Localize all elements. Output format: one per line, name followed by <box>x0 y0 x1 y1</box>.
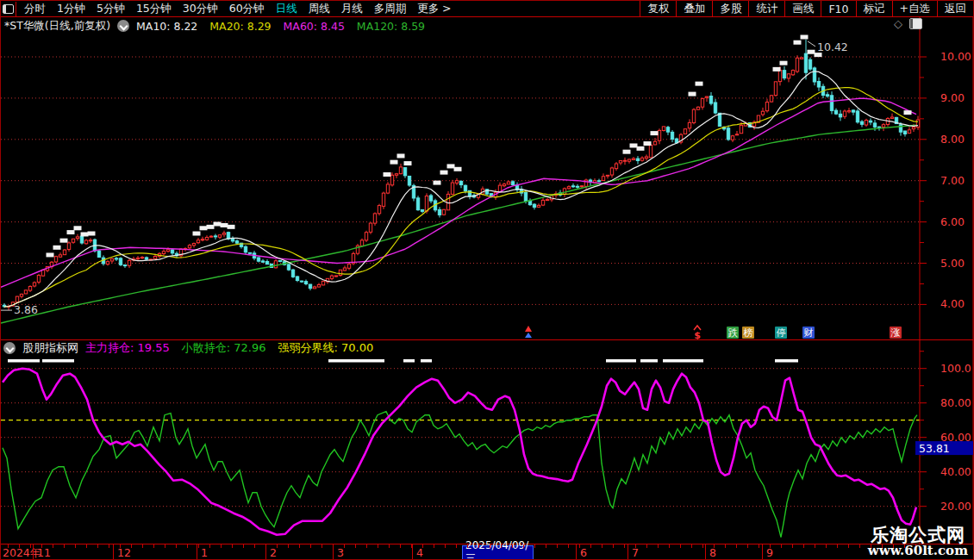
month-separator <box>33 544 34 560</box>
tool-item-4[interactable]: 画线 <box>784 1 821 16</box>
week-tick <box>826 544 827 548</box>
tool-item-3[interactable]: 统计 <box>748 1 784 16</box>
week-tick <box>75 544 76 548</box>
ma20-line <box>4 88 918 307</box>
event-markers: 跌榜停财涨$ <box>525 326 902 339</box>
week-tick <box>602 544 603 548</box>
week-tick <box>209 544 210 548</box>
week-tick <box>322 544 322 548</box>
week-tick <box>725 544 726 548</box>
period-item-0[interactable]: 分时 <box>24 2 46 16</box>
week-tick <box>389 544 390 548</box>
tools-menu: 复权叠加多股统计画线F10标记+自选返回 <box>640 1 973 16</box>
month-label-6: 6 <box>580 546 587 559</box>
ma-value-1: MA20: 8.29 <box>209 20 271 33</box>
tool-item-2[interactable]: 多股 <box>712 1 748 16</box>
week-tick <box>344 544 345 548</box>
week-tick <box>781 544 782 548</box>
week-tick <box>546 544 546 548</box>
indicator-panel-chart: 100.080.0060.0040.0020.0053.81 <box>1 339 974 544</box>
svg-text:100.0: 100.0 <box>940 362 971 375</box>
month-separator <box>333 544 334 560</box>
week-tick <box>803 544 804 548</box>
indicator-values: 主力持仓: 19.55小散持仓: 72.96强弱分界线: 70.00 <box>85 340 373 356</box>
week-tick <box>456 544 457 548</box>
svg-text:7.00: 7.00 <box>940 174 965 187</box>
week-tick <box>815 544 815 548</box>
year-label: 2024年 <box>3 546 41 560</box>
tool-item-1[interactable]: 叠加 <box>676 1 712 16</box>
main-y-axis-labels: 10.009.008.007.006.005.004.00 <box>920 50 971 310</box>
week-tick <box>355 544 356 548</box>
watermark-site-name: 乐淘公式网 <box>868 526 968 544</box>
svg-text:9.00: 9.00 <box>940 91 965 104</box>
period-item-9[interactable]: 多周期 <box>374 2 407 16</box>
week-tick <box>669 544 670 548</box>
diamond-icon[interactable]: ◇ <box>894 17 902 30</box>
chart-corner-controls: ◇ <box>894 17 922 30</box>
week-tick <box>131 544 132 548</box>
month-label-1: 12 <box>117 546 131 559</box>
month-separator <box>762 544 763 560</box>
week-tick <box>86 544 87 548</box>
week-tick <box>859 544 860 548</box>
period-item-5[interactable]: 60分钟 <box>229 2 265 16</box>
chevron-down-icon[interactable] <box>3 342 16 354</box>
week-tick <box>288 544 289 548</box>
period-item-10[interactable]: 更多 > <box>417 2 451 16</box>
month-label-5: 4 <box>416 546 423 559</box>
month-separator <box>113 544 114 560</box>
period-item-3[interactable]: 15分钟 <box>136 2 172 16</box>
period-item-7[interactable]: 周线 <box>309 2 330 16</box>
week-tick <box>299 544 300 548</box>
white-signal-blocks <box>47 35 912 258</box>
period-item-6[interactable]: 日线 <box>276 2 297 16</box>
week-tick <box>434 544 434 548</box>
app-window: 分时1分钟5分钟15分钟30分钟60分钟日线周线月线多周期更多 > 复权叠加多股… <box>0 0 974 560</box>
retail-holdings-line <box>3 412 917 538</box>
period-item-2[interactable]: 5分钟 <box>97 2 125 16</box>
tool-item-8[interactable]: 返回 <box>937 1 973 16</box>
week-tick <box>310 544 311 548</box>
indicator-field-0: 主力持仓: 19.55 <box>85 340 170 356</box>
week-tick <box>153 544 154 548</box>
week-tick <box>557 544 558 548</box>
month-label-4: 3 <box>337 546 344 559</box>
window-icon[interactable] <box>1 2 16 16</box>
indicator-name: 股朋指标网 <box>22 340 78 356</box>
low-price-label: 3.86 <box>14 303 38 316</box>
top-menu-bar: 分时1分钟5分钟15分钟30分钟60分钟日线周线月线多周期更多 > 复权叠加多股… <box>1 1 973 17</box>
layout-icon[interactable] <box>909 18 922 29</box>
month-label-7: 7 <box>632 546 639 559</box>
week-tick <box>624 544 625 548</box>
week-tick <box>501 544 502 548</box>
week-tick <box>378 544 378 548</box>
blue-arrow-icon <box>525 333 532 338</box>
period-item-8[interactable]: 月线 <box>341 2 363 16</box>
period-menu: 分时1分钟5分钟15分钟30分钟60分钟日线周线月线多周期更多 > <box>16 2 640 16</box>
month-separator <box>265 544 266 560</box>
period-item-1[interactable]: 1分钟 <box>57 2 85 16</box>
ma-value-3: MA120: 8.59 <box>357 20 425 33</box>
month-label-9: 9 <box>766 546 773 559</box>
tool-item-0[interactable]: 复权 <box>640 1 676 16</box>
white-top-dashes <box>8 359 798 363</box>
tool-item-5[interactable]: F10 <box>821 1 855 16</box>
watermark: 乐淘公式网 www.60lt.com <box>868 526 968 558</box>
ma-values: MA10: 8.22MA20: 8.29MA60: 8.45MA120: 8.5… <box>136 20 425 33</box>
main-candlestick-chart: 10.009.008.007.006.005.004.0010.423.86跌榜… <box>1 16 974 339</box>
tool-item-6[interactable]: 标记 <box>856 1 892 16</box>
month-separator <box>576 544 577 560</box>
month-separator <box>627 544 628 560</box>
week-tick <box>445 544 446 548</box>
week-tick <box>747 544 748 548</box>
period-item-4[interactable]: 30分钟 <box>183 2 218 16</box>
week-tick <box>523 544 524 548</box>
week-tick <box>254 544 255 548</box>
svg-text:财: 财 <box>804 327 814 339</box>
up-arrow-icon <box>525 326 532 332</box>
svg-text:$: $ <box>694 330 701 339</box>
tool-item-7[interactable]: +自选 <box>892 1 937 16</box>
chevron-down-icon[interactable] <box>117 20 129 32</box>
ma10-line <box>4 72 918 307</box>
